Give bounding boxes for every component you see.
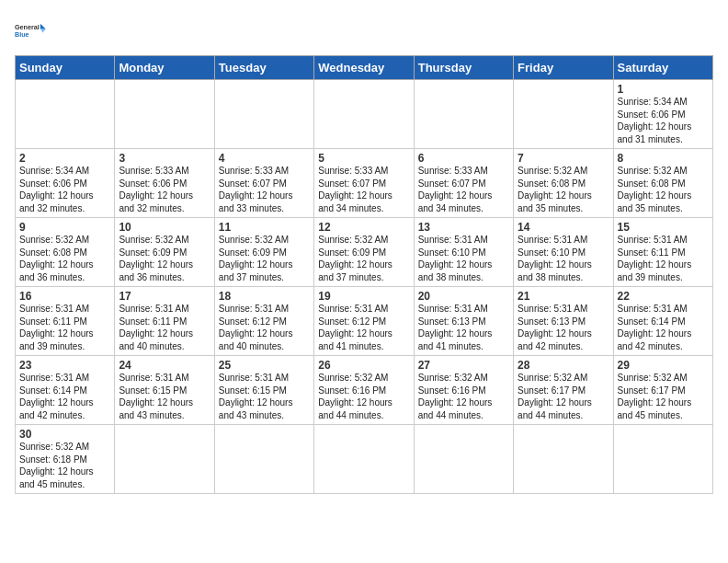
day-info: Sunrise: 5:32 AM Sunset: 6:16 PM Dayligh…	[318, 372, 409, 421]
day-number: 11	[219, 221, 310, 234]
day-number: 19	[318, 290, 409, 303]
day-cell: 7Sunrise: 5:32 AM Sunset: 6:08 PM Daylig…	[514, 149, 613, 218]
day-number: 10	[119, 221, 210, 234]
day-info: Sunrise: 5:31 AM Sunset: 6:14 PM Dayligh…	[19, 372, 110, 421]
day-info: Sunrise: 5:32 AM Sunset: 6:17 PM Dayligh…	[618, 372, 709, 421]
day-info: Sunrise: 5:34 AM Sunset: 6:06 PM Dayligh…	[19, 165, 110, 214]
day-info: Sunrise: 5:31 AM Sunset: 6:15 PM Dayligh…	[119, 372, 210, 421]
day-number: 23	[19, 359, 110, 372]
day-info: Sunrise: 5:32 AM Sunset: 6:16 PM Dayligh…	[418, 372, 509, 421]
day-number: 27	[418, 359, 509, 372]
weekday-header-sunday: Sunday	[16, 56, 115, 80]
day-number: 1	[618, 83, 709, 96]
day-cell	[214, 80, 313, 149]
day-cell	[514, 80, 613, 149]
day-number: 18	[219, 290, 310, 303]
week-row-4: 16Sunrise: 5:31 AM Sunset: 6:11 PM Dayli…	[16, 287, 713, 356]
week-row-3: 9Sunrise: 5:32 AM Sunset: 6:08 PM Daylig…	[16, 218, 713, 287]
day-number: 29	[618, 359, 709, 372]
day-info: Sunrise: 5:33 AM Sunset: 6:06 PM Dayligh…	[119, 165, 210, 214]
day-cell: 5Sunrise: 5:33 AM Sunset: 6:07 PM Daylig…	[314, 149, 414, 218]
day-number: 26	[318, 359, 409, 372]
day-cell	[214, 425, 313, 494]
week-row-5: 23Sunrise: 5:31 AM Sunset: 6:14 PM Dayli…	[16, 356, 713, 425]
day-info: Sunrise: 5:31 AM Sunset: 6:11 PM Dayligh…	[119, 303, 210, 352]
day-info: Sunrise: 5:32 AM Sunset: 6:09 PM Dayligh…	[318, 234, 409, 283]
day-cell: 23Sunrise: 5:31 AM Sunset: 6:14 PM Dayli…	[16, 356, 115, 425]
day-cell: 13Sunrise: 5:31 AM Sunset: 6:10 PM Dayli…	[414, 218, 513, 287]
day-info: Sunrise: 5:32 AM Sunset: 6:08 PM Dayligh…	[518, 165, 609, 214]
header: General Blue	[15, 15, 713, 48]
day-cell: 10Sunrise: 5:32 AM Sunset: 6:09 PM Dayli…	[115, 218, 214, 287]
day-number: 12	[318, 221, 409, 234]
day-info: Sunrise: 5:32 AM Sunset: 6:09 PM Dayligh…	[219, 234, 310, 283]
day-info: Sunrise: 5:31 AM Sunset: 6:11 PM Dayligh…	[618, 234, 709, 283]
day-number: 3	[119, 152, 210, 165]
day-number: 5	[318, 152, 409, 165]
day-cell: 27Sunrise: 5:32 AM Sunset: 6:16 PM Dayli…	[414, 356, 513, 425]
day-cell: 25Sunrise: 5:31 AM Sunset: 6:15 PM Dayli…	[214, 356, 313, 425]
day-info: Sunrise: 5:31 AM Sunset: 6:12 PM Dayligh…	[219, 303, 310, 352]
day-info: Sunrise: 5:32 AM Sunset: 6:09 PM Dayligh…	[119, 234, 210, 283]
day-cell	[314, 425, 414, 494]
weekday-header-thursday: Thursday	[414, 56, 513, 80]
day-cell: 18Sunrise: 5:31 AM Sunset: 6:12 PM Dayli…	[214, 287, 313, 356]
day-cell: 19Sunrise: 5:31 AM Sunset: 6:12 PM Dayli…	[314, 287, 414, 356]
day-number: 25	[219, 359, 310, 372]
day-cell: 30Sunrise: 5:32 AM Sunset: 6:18 PM Dayli…	[16, 425, 115, 494]
day-number: 4	[219, 152, 310, 165]
logo-svg: General Blue	[15, 15, 48, 48]
day-info: Sunrise: 5:33 AM Sunset: 6:07 PM Dayligh…	[318, 165, 409, 214]
day-cell	[16, 80, 115, 149]
day-cell: 15Sunrise: 5:31 AM Sunset: 6:11 PM Dayli…	[613, 218, 712, 287]
week-row-2: 2Sunrise: 5:34 AM Sunset: 6:06 PM Daylig…	[16, 149, 713, 218]
day-cell: 21Sunrise: 5:31 AM Sunset: 6:13 PM Dayli…	[514, 287, 613, 356]
day-cell: 4Sunrise: 5:33 AM Sunset: 6:07 PM Daylig…	[214, 149, 313, 218]
day-number: 17	[119, 290, 210, 303]
day-number: 16	[19, 290, 110, 303]
day-cell: 9Sunrise: 5:32 AM Sunset: 6:08 PM Daylig…	[16, 218, 115, 287]
day-info: Sunrise: 5:32 AM Sunset: 6:08 PM Dayligh…	[618, 165, 709, 214]
day-number: 24	[119, 359, 210, 372]
day-info: Sunrise: 5:31 AM Sunset: 6:10 PM Dayligh…	[418, 234, 509, 283]
day-cell	[115, 425, 214, 494]
day-cell: 22Sunrise: 5:31 AM Sunset: 6:14 PM Dayli…	[613, 287, 712, 356]
day-cell: 3Sunrise: 5:33 AM Sunset: 6:06 PM Daylig…	[115, 149, 214, 218]
day-cell: 6Sunrise: 5:33 AM Sunset: 6:07 PM Daylig…	[414, 149, 513, 218]
day-number: 30	[19, 428, 110, 441]
day-info: Sunrise: 5:31 AM Sunset: 6:15 PM Dayligh…	[219, 372, 310, 421]
day-number: 15	[618, 221, 709, 234]
weekday-header-row: SundayMondayTuesdayWednesdayThursdayFrid…	[16, 56, 713, 80]
day-number: 14	[518, 221, 609, 234]
day-cell	[613, 425, 712, 494]
logo: General Blue	[15, 15, 48, 48]
day-number: 22	[618, 290, 709, 303]
day-cell: 1Sunrise: 5:34 AM Sunset: 6:06 PM Daylig…	[613, 80, 712, 149]
day-cell: 8Sunrise: 5:32 AM Sunset: 6:08 PM Daylig…	[613, 149, 712, 218]
day-number: 7	[518, 152, 609, 165]
day-info: Sunrise: 5:32 AM Sunset: 6:18 PM Dayligh…	[19, 441, 110, 490]
day-cell: 26Sunrise: 5:32 AM Sunset: 6:16 PM Dayli…	[314, 356, 414, 425]
day-number: 2	[19, 152, 110, 165]
weekday-header-monday: Monday	[115, 56, 214, 80]
day-info: Sunrise: 5:32 AM Sunset: 6:08 PM Dayligh…	[19, 234, 110, 283]
calendar-table: SundayMondayTuesdayWednesdayThursdayFrid…	[15, 55, 713, 494]
day-cell: 29Sunrise: 5:32 AM Sunset: 6:17 PM Dayli…	[613, 356, 712, 425]
day-cell: 2Sunrise: 5:34 AM Sunset: 6:06 PM Daylig…	[16, 149, 115, 218]
day-info: Sunrise: 5:31 AM Sunset: 6:13 PM Dayligh…	[418, 303, 509, 352]
day-number: 8	[618, 152, 709, 165]
day-cell	[314, 80, 414, 149]
day-cell: 17Sunrise: 5:31 AM Sunset: 6:11 PM Dayli…	[115, 287, 214, 356]
day-info: Sunrise: 5:31 AM Sunset: 6:14 PM Dayligh…	[618, 303, 709, 352]
week-row-1: 1Sunrise: 5:34 AM Sunset: 6:06 PM Daylig…	[16, 80, 713, 149]
svg-text:Blue: Blue	[15, 30, 29, 39]
day-number: 13	[418, 221, 509, 234]
day-info: Sunrise: 5:32 AM Sunset: 6:17 PM Dayligh…	[518, 372, 609, 421]
day-number: 28	[518, 359, 609, 372]
day-number: 20	[418, 290, 509, 303]
svg-marker-2	[40, 24, 46, 29]
day-number: 9	[19, 221, 110, 234]
weekday-header-wednesday: Wednesday	[314, 56, 414, 80]
day-cell	[115, 80, 214, 149]
day-cell: 12Sunrise: 5:32 AM Sunset: 6:09 PM Dayli…	[314, 218, 414, 287]
